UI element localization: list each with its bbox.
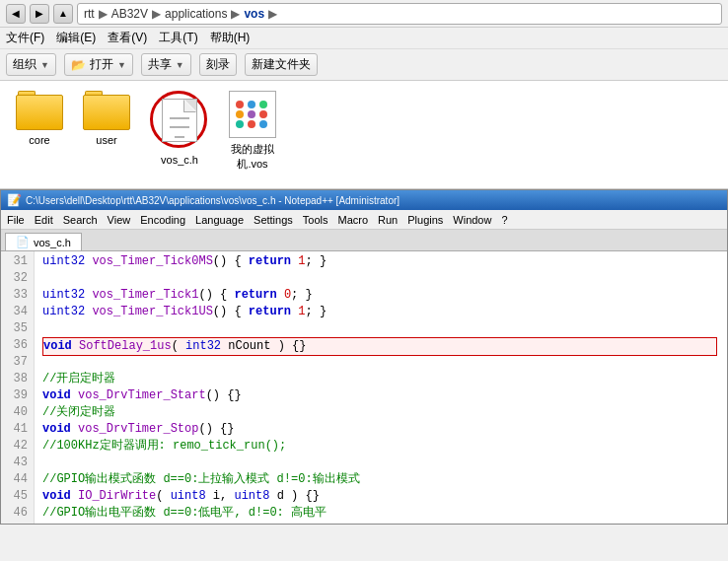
code-content[interactable]: uint32 vos_Timer_Tick0MS() { return 1; }… — [35, 251, 727, 524]
doc-icon-vos: ════ ════ ══ — [162, 99, 197, 142]
code-line-45: void IO_DirWrite( uint8 i, uint8 d ) {} — [42, 488, 719, 505]
npp-menu-view[interactable]: View — [108, 214, 131, 226]
folder-icon-core — [16, 91, 63, 130]
code-line-37 — [42, 354, 719, 371]
address-bar: ◀ ▶ ▲ rtt ▶ AB32V ▶ applications ▶ vos ▶ — [0, 0, 728, 28]
menu-view[interactable]: 查看(V) — [108, 30, 147, 46]
breadcrumb[interactable]: rtt ▶ AB32V ▶ applications ▶ vos ▶ — [77, 3, 722, 25]
npp-menu-edit[interactable]: Edit — [35, 214, 53, 226]
npp-menu-settings[interactable]: Settings — [254, 214, 293, 226]
share-arrow: ▼ — [176, 60, 184, 70]
menu-help[interactable]: 帮助(H) — [210, 30, 251, 46]
folder-icon-user — [83, 91, 130, 130]
new-folder-button[interactable]: 新建文件夹 — [245, 53, 318, 76]
npp-tab-bar: 📄 vos_c.h — [1, 230, 727, 251]
code-line-36: void SoftDelay_1us( int32 nCount ) {} — [42, 337, 719, 354]
code-line-35 — [42, 320, 719, 337]
code-line-31: uint32 vos_Timer_Tick0MS() { return 1; } — [42, 253, 719, 270]
code-line-44: //GPIO输出模式函数 d==0:上拉输入模式 d!=0:输出模式 — [42, 471, 719, 488]
menu-edit[interactable]: 编辑(E) — [56, 30, 96, 46]
npp-tab-vos-c-h[interactable]: 📄 vos_c.h — [5, 233, 82, 250]
npp-menu-run[interactable]: Run — [378, 214, 398, 226]
code-line-33: uint32 vos_Timer_Tick1() { return 0; } — [42, 287, 719, 304]
menu-tools[interactable]: 工具(T) — [159, 30, 197, 46]
code-line-46: //GPIO输出电平函数 d==0:低电平, d!=0: 高电平 — [42, 505, 719, 522]
npp-tab-label: vos_c.h — [34, 237, 71, 248]
npp-menu-help[interactable]: ? — [501, 214, 507, 226]
open-arrow: ▼ — [117, 60, 126, 70]
npp-app-icon: 📝 — [7, 193, 22, 207]
file-name-core: core — [29, 134, 49, 146]
code-line-42: //100KHz定时器调用: remo_tick_run(); — [42, 438, 719, 455]
file-name-vos-c-h: vos_c.h — [161, 154, 198, 166]
npp-menu-plugins[interactable]: Plugins — [407, 214, 443, 226]
line-numbers: 31 32 33 34 35 36 37 38 39 40 41 42 43 4… — [1, 251, 35, 524]
explorer-menu-bar: 文件(F) 编辑(E) 查看(V) 工具(T) 帮助(H) — [0, 28, 728, 49]
npp-menu-file[interactable]: File — [7, 214, 25, 226]
notepad-window: 📝 C:\Users\dell\Desktop\rtt\AB32V\applic… — [0, 189, 728, 525]
npp-title-text: C:\Users\dell\Desktop\rtt\AB32V\applicat… — [26, 195, 400, 206]
open-button[interactable]: 📂 打开 ▼ — [64, 53, 133, 76]
file-item-vos-c-h[interactable]: ════ ════ ══ vos_c.h — [150, 91, 209, 166]
menu-file[interactable]: 文件(F) — [6, 30, 44, 46]
file-item-vos[interactable]: 我的虚拟 机.vos — [229, 91, 276, 172]
npp-title-bar: 📝 C:\Users\dell\Desktop\rtt\AB32V\applic… — [1, 190, 727, 210]
code-line-39: void vos_DrvTimer_Start() {} — [42, 387, 719, 404]
code-line-40: //关闭定时器 — [42, 404, 719, 421]
breadcrumb-applications[interactable]: applications — [165, 7, 227, 21]
npp-tab-icon: 📄 — [16, 236, 30, 248]
code-line-34: uint32 vos_Timer_Tick1US() { return 1; } — [42, 304, 719, 320]
organize-arrow: ▼ — [40, 60, 49, 70]
file-item-user[interactable]: user — [83, 91, 130, 146]
npp-menu-encoding[interactable]: Encoding — [140, 214, 185, 226]
open-icon: 📂 — [71, 58, 86, 72]
back-button[interactable]: ◀ — [6, 4, 26, 24]
npp-menu-tools[interactable]: Tools — [303, 214, 328, 226]
burn-button[interactable]: 刻录 — [199, 53, 237, 76]
breadcrumb-vos[interactable]: vos — [244, 7, 264, 21]
npp-menu-window[interactable]: Window — [453, 214, 491, 226]
npp-menu-macro[interactable]: Macro — [337, 214, 368, 226]
breadcrumb-ab32v[interactable]: AB32V — [111, 7, 148, 21]
file-name-user: user — [96, 134, 116, 146]
up-button[interactable]: ▲ — [53, 4, 73, 24]
code-line-43 — [42, 455, 719, 471]
file-item-core[interactable]: core — [16, 91, 63, 146]
npp-menu-bar: File Edit Search View Encoding Language … — [1, 210, 727, 230]
npp-menu-language[interactable]: Language — [195, 214, 244, 226]
forward-button[interactable]: ▶ — [30, 4, 49, 24]
code-area: 31 32 33 34 35 36 37 38 39 40 41 42 43 4… — [1, 251, 727, 524]
share-button[interactable]: 共享 ▼ — [141, 53, 191, 76]
breadcrumb-rtt[interactable]: rtt — [84, 7, 95, 21]
file-area: core user ════ ════ ══ vos_c.h — [0, 81, 728, 189]
vos-icon — [229, 91, 276, 138]
code-line-41: void vos_DrvTimer_Stop() {} — [42, 421, 719, 438]
organize-button[interactable]: 组织 ▼ — [6, 53, 56, 76]
code-line-32 — [42, 270, 719, 287]
explorer-toolbar: 组织 ▼ 📂 打开 ▼ 共享 ▼ 刻录 新建文件夹 — [0, 49, 728, 81]
code-line-38: //开启定时器 — [42, 371, 719, 387]
file-name-vos: 我的虚拟 机.vos — [231, 142, 274, 172]
npp-menu-search[interactable]: Search — [63, 214, 98, 226]
